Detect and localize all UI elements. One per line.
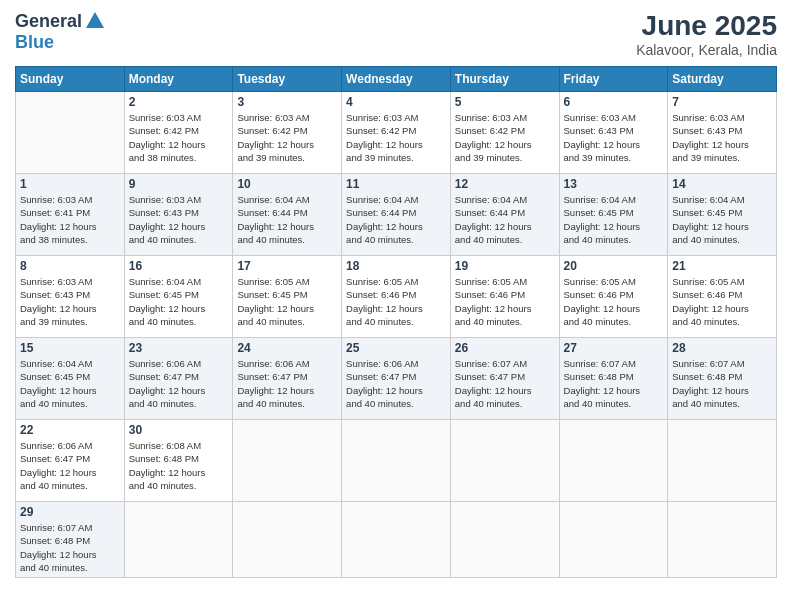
calendar-cell — [342, 502, 451, 578]
calendar-cell — [16, 92, 125, 174]
calendar-cell — [559, 502, 668, 578]
day-info: Sunrise: 6:06 AMSunset: 6:47 PMDaylight:… — [129, 357, 229, 410]
day-number: 2 — [129, 95, 229, 109]
day-number: 12 — [455, 177, 555, 191]
day-number: 17 — [237, 259, 337, 273]
calendar-day-header-saturday: Saturday — [668, 67, 777, 92]
day-info: Sunrise: 6:05 AMSunset: 6:46 PMDaylight:… — [672, 275, 772, 328]
calendar-day-header-monday: Monday — [124, 67, 233, 92]
calendar-cell — [668, 502, 777, 578]
calendar-cell: 18Sunrise: 6:05 AMSunset: 6:46 PMDayligh… — [342, 256, 451, 338]
day-info: Sunrise: 6:05 AMSunset: 6:46 PMDaylight:… — [564, 275, 664, 328]
calendar-cell: 5Sunrise: 6:03 AMSunset: 6:42 PMDaylight… — [450, 92, 559, 174]
calendar-week-row: 29Sunrise: 6:07 AMSunset: 6:48 PMDayligh… — [16, 502, 777, 578]
month-title: June 2025 — [636, 10, 777, 42]
calendar-cell: 23Sunrise: 6:06 AMSunset: 6:47 PMDayligh… — [124, 338, 233, 420]
calendar-cell: 10Sunrise: 6:04 AMSunset: 6:44 PMDayligh… — [233, 174, 342, 256]
calendar-cell: 28Sunrise: 6:07 AMSunset: 6:48 PMDayligh… — [668, 338, 777, 420]
day-info: Sunrise: 6:03 AMSunset: 6:42 PMDaylight:… — [346, 111, 446, 164]
calendar-cell: 29Sunrise: 6:07 AMSunset: 6:48 PMDayligh… — [16, 502, 125, 578]
calendar-cell: 13Sunrise: 6:04 AMSunset: 6:45 PMDayligh… — [559, 174, 668, 256]
day-number: 15 — [20, 341, 120, 355]
calendar-cell — [668, 420, 777, 502]
day-number: 14 — [672, 177, 772, 191]
day-info: Sunrise: 6:07 AMSunset: 6:48 PMDaylight:… — [672, 357, 772, 410]
calendar-week-row: 2Sunrise: 6:03 AMSunset: 6:42 PMDaylight… — [16, 92, 777, 174]
day-info: Sunrise: 6:03 AMSunset: 6:42 PMDaylight:… — [237, 111, 337, 164]
day-number: 23 — [129, 341, 229, 355]
calendar-cell: 4Sunrise: 6:03 AMSunset: 6:42 PMDaylight… — [342, 92, 451, 174]
day-info: Sunrise: 6:05 AMSunset: 6:45 PMDaylight:… — [237, 275, 337, 328]
day-number: 9 — [129, 177, 229, 191]
calendar-day-header-sunday: Sunday — [16, 67, 125, 92]
calendar-cell: 27Sunrise: 6:07 AMSunset: 6:48 PMDayligh… — [559, 338, 668, 420]
calendar-cell: 1Sunrise: 6:03 AMSunset: 6:41 PMDaylight… — [16, 174, 125, 256]
calendar-day-header-wednesday: Wednesday — [342, 67, 451, 92]
calendar-cell: 12Sunrise: 6:04 AMSunset: 6:44 PMDayligh… — [450, 174, 559, 256]
day-info: Sunrise: 6:03 AMSunset: 6:42 PMDaylight:… — [455, 111, 555, 164]
calendar-cell: 20Sunrise: 6:05 AMSunset: 6:46 PMDayligh… — [559, 256, 668, 338]
day-info: Sunrise: 6:03 AMSunset: 6:43 PMDaylight:… — [672, 111, 772, 164]
calendar-cell: 21Sunrise: 6:05 AMSunset: 6:46 PMDayligh… — [668, 256, 777, 338]
calendar-cell — [450, 420, 559, 502]
page: General Blue June 2025 Kalavoor, Kerala,… — [0, 0, 792, 612]
day-number: 5 — [455, 95, 555, 109]
day-number: 26 — [455, 341, 555, 355]
calendar-cell — [342, 420, 451, 502]
day-info: Sunrise: 6:07 AMSunset: 6:47 PMDaylight:… — [455, 357, 555, 410]
day-info: Sunrise: 6:06 AMSunset: 6:47 PMDaylight:… — [20, 439, 120, 492]
day-number: 6 — [564, 95, 664, 109]
day-info: Sunrise: 6:06 AMSunset: 6:47 PMDaylight:… — [346, 357, 446, 410]
svg-marker-0 — [86, 12, 104, 28]
calendar-day-header-friday: Friday — [559, 67, 668, 92]
title-block: June 2025 Kalavoor, Kerala, India — [636, 10, 777, 58]
calendar-header-row: SundayMondayTuesdayWednesdayThursdayFrid… — [16, 67, 777, 92]
day-number: 11 — [346, 177, 446, 191]
day-number: 1 — [20, 177, 120, 191]
day-number: 19 — [455, 259, 555, 273]
day-number: 28 — [672, 341, 772, 355]
calendar-cell — [559, 420, 668, 502]
calendar-cell — [233, 502, 342, 578]
calendar-cell — [450, 502, 559, 578]
calendar-cell: 2Sunrise: 6:03 AMSunset: 6:42 PMDaylight… — [124, 92, 233, 174]
day-info: Sunrise: 6:04 AMSunset: 6:45 PMDaylight:… — [20, 357, 120, 410]
day-info: Sunrise: 6:03 AMSunset: 6:42 PMDaylight:… — [129, 111, 229, 164]
day-info: Sunrise: 6:03 AMSunset: 6:43 PMDaylight:… — [20, 275, 120, 328]
calendar-week-row: 8Sunrise: 6:03 AMSunset: 6:43 PMDaylight… — [16, 256, 777, 338]
day-info: Sunrise: 6:04 AMSunset: 6:45 PMDaylight:… — [672, 193, 772, 246]
calendar-week-row: 1Sunrise: 6:03 AMSunset: 6:41 PMDaylight… — [16, 174, 777, 256]
day-number: 20 — [564, 259, 664, 273]
calendar-day-header-thursday: Thursday — [450, 67, 559, 92]
day-number: 16 — [129, 259, 229, 273]
logo: General Blue — [15, 10, 106, 53]
calendar-cell: 6Sunrise: 6:03 AMSunset: 6:43 PMDaylight… — [559, 92, 668, 174]
calendar-cell: 22Sunrise: 6:06 AMSunset: 6:47 PMDayligh… — [16, 420, 125, 502]
calendar-cell: 8Sunrise: 6:03 AMSunset: 6:43 PMDaylight… — [16, 256, 125, 338]
day-info: Sunrise: 6:06 AMSunset: 6:47 PMDaylight:… — [237, 357, 337, 410]
calendar-cell: 25Sunrise: 6:06 AMSunset: 6:47 PMDayligh… — [342, 338, 451, 420]
day-info: Sunrise: 6:04 AMSunset: 6:44 PMDaylight:… — [455, 193, 555, 246]
day-info: Sunrise: 6:03 AMSunset: 6:41 PMDaylight:… — [20, 193, 120, 246]
logo-general: General — [15, 11, 82, 32]
day-info: Sunrise: 6:03 AMSunset: 6:43 PMDaylight:… — [564, 111, 664, 164]
calendar-cell: 16Sunrise: 6:04 AMSunset: 6:45 PMDayligh… — [124, 256, 233, 338]
day-number: 13 — [564, 177, 664, 191]
day-info: Sunrise: 6:08 AMSunset: 6:48 PMDaylight:… — [129, 439, 229, 492]
day-number: 21 — [672, 259, 772, 273]
day-number: 18 — [346, 259, 446, 273]
location: Kalavoor, Kerala, India — [636, 42, 777, 58]
day-number: 10 — [237, 177, 337, 191]
day-number: 22 — [20, 423, 120, 437]
day-info: Sunrise: 6:04 AMSunset: 6:45 PMDaylight:… — [564, 193, 664, 246]
calendar-cell: 24Sunrise: 6:06 AMSunset: 6:47 PMDayligh… — [233, 338, 342, 420]
calendar-day-header-tuesday: Tuesday — [233, 67, 342, 92]
calendar-week-row: 22Sunrise: 6:06 AMSunset: 6:47 PMDayligh… — [16, 420, 777, 502]
logo-icon — [84, 10, 106, 32]
day-info: Sunrise: 6:05 AMSunset: 6:46 PMDaylight:… — [455, 275, 555, 328]
header: General Blue June 2025 Kalavoor, Kerala,… — [15, 10, 777, 58]
day-info: Sunrise: 6:03 AMSunset: 6:43 PMDaylight:… — [129, 193, 229, 246]
calendar: SundayMondayTuesdayWednesdayThursdayFrid… — [15, 66, 777, 578]
day-number: 25 — [346, 341, 446, 355]
calendar-cell: 15Sunrise: 6:04 AMSunset: 6:45 PMDayligh… — [16, 338, 125, 420]
